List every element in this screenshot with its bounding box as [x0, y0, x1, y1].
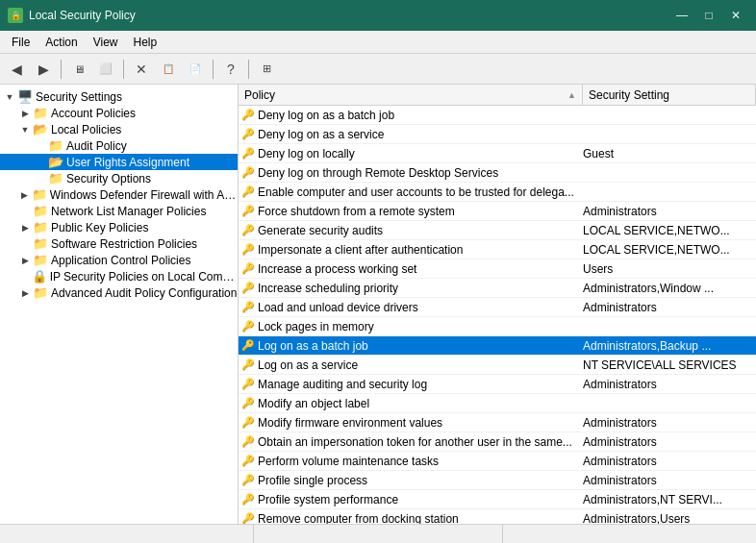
list-row[interactable]: 🔑Deny log on as a service — [239, 125, 756, 144]
close-button[interactable]: ✕ — [723, 6, 748, 25]
list-row[interactable]: 🔑Impersonate a client after authenticati… — [239, 240, 756, 259]
list-row[interactable]: 🔑Deny log on locallyGuest — [239, 144, 756, 163]
tree-item-security-settings[interactable]: ▼🖥️Security Settings — [0, 88, 238, 105]
list-row[interactable]: 🔑Generate security auditsLOCAL SERVICE,N… — [239, 221, 756, 240]
help-button[interactable]: ? — [218, 58, 243, 81]
policy-icon: 🔑 — [239, 435, 258, 448]
delete-button[interactable]: ✕ — [129, 58, 154, 81]
main-container: ▼🖥️Security Settings▶📁Account Policies▼📂… — [0, 85, 756, 524]
title-bar: 🔒 Local Security Policy — □ ✕ — [0, 0, 756, 31]
policy-name: Perform volume maintenance tasks — [258, 455, 583, 468]
list-row[interactable]: 🔑Deny log on through Remote Desktop Serv… — [239, 163, 756, 183]
list-row[interactable]: 🔑Increase scheduling priorityAdministrat… — [239, 279, 756, 298]
properties-button[interactable]: 📋 — [156, 58, 181, 81]
policy-name: Deny log on as a service — [258, 128, 583, 141]
maximize-button[interactable]: □ — [696, 6, 721, 25]
window-title: Local Security Policy — [29, 9, 136, 22]
policy-name: Generate security audits — [258, 224, 583, 237]
tree-toggle-public-key[interactable]: ▶ — [17, 223, 33, 233]
policy-icon: 🔑 — [239, 378, 258, 390]
column-policy[interactable]: Policy ▲ — [239, 85, 583, 105]
toolbar-btn-extra[interactable]: ⊞ — [254, 58, 279, 81]
status-panel-1 — [4, 525, 254, 543]
list-row[interactable]: 🔑Profile system performanceAdministrator… — [239, 490, 756, 509]
tree-item-account-policies[interactable]: ▶📁Account Policies — [0, 105, 238, 121]
policy-setting: LOCAL SERVICE,NETWO... — [583, 224, 756, 237]
list-row[interactable]: 🔑Profile single processAdministrators — [239, 471, 756, 490]
status-panel-2 — [254, 525, 504, 543]
tree-item-software-restriction[interactable]: 📁Software Restriction Policies — [0, 235, 238, 252]
list-row[interactable]: 🔑Remove computer from docking stationAdm… — [239, 509, 756, 524]
tree-item-public-key[interactable]: ▶📁Public Key Policies — [0, 219, 238, 235]
list-row[interactable]: 🔑Load and unload device driversAdministr… — [239, 298, 756, 317]
tree-label-advanced-audit: Advanced Audit Policy Configuration — [51, 286, 237, 300]
tree-toggle-windows-defender[interactable]: ▶ — [17, 190, 32, 200]
list-row[interactable]: 🔑Modify an object label — [239, 394, 756, 413]
policy-setting: Users — [583, 262, 756, 276]
list-panel: Policy ▲ Security Setting 🔑Deny log on a… — [239, 85, 756, 524]
tree-toggle-security-settings[interactable]: ▼ — [2, 92, 17, 102]
toolbar-btn-2[interactable]: ⬜ — [93, 58, 118, 81]
column-setting[interactable]: Security Setting — [583, 85, 756, 105]
tree-icon-user-rights-assignment: 📂 — [48, 155, 63, 169]
tree-item-advanced-audit[interactable]: ▶📁Advanced Audit Policy Configuration — [0, 284, 238, 301]
tree-item-audit-policy[interactable]: 📁Audit Policy — [0, 137, 238, 154]
policy-icon: 🔑 — [239, 205, 258, 217]
list-row[interactable]: 🔑Increase a process working setUsers — [239, 259, 756, 279]
policy-icon: 🔑 — [239, 166, 258, 179]
list-row[interactable]: 🔑Modify firmware environment valuesAdmin… — [239, 413, 756, 432]
list-row[interactable]: 🔑Deny log on as a batch job — [239, 106, 756, 125]
tree-item-windows-defender[interactable]: ▶📁Windows Defender Firewall with Adva... — [0, 186, 238, 203]
menu-view[interactable]: View — [86, 34, 126, 51]
policy-name: Log on as a batch job — [258, 339, 583, 353]
policy-setting: Administrators — [583, 378, 756, 391]
list-row[interactable]: 🔑Log on as a batch jobAdministrators,Bac… — [239, 336, 756, 356]
list-body[interactable]: 🔑Deny log on as a batch job🔑Deny log on … — [239, 106, 756, 524]
status-bar — [0, 524, 756, 543]
tree-item-local-policies[interactable]: ▼📂Local Policies — [0, 121, 238, 137]
list-row[interactable]: 🔑Perform volume maintenance tasksAdminis… — [239, 452, 756, 471]
tree-toggle-advanced-audit[interactable]: ▶ — [17, 288, 33, 298]
menu-help[interactable]: Help — [126, 34, 165, 51]
policy-name: Modify firmware environment values — [258, 416, 583, 430]
tree-item-application-control[interactable]: ▶📁Application Control Policies — [0, 252, 238, 268]
menu-action[interactable]: Action — [38, 34, 85, 51]
tree-item-user-rights-assignment[interactable]: 📂User Rights Assignment — [0, 154, 238, 170]
tree-toggle-application-control[interactable]: ▶ — [17, 256, 33, 265]
tree-toggle-local-policies[interactable]: ▼ — [17, 125, 33, 135]
tree-toggle-account-policies[interactable]: ▶ — [17, 109, 33, 118]
policy-icon: 🔑 — [239, 282, 258, 294]
policy-setting: Administrators — [583, 301, 756, 314]
policy-icon: 🔑 — [239, 320, 258, 333]
tree-item-ip-security[interactable]: 🔒IP Security Policies on Local Compute..… — [0, 268, 238, 284]
minimize-button[interactable]: — — [669, 6, 694, 25]
list-row[interactable]: 🔑Obtain an impersonation token for anoth… — [239, 432, 756, 452]
policy-name: Lock pages in memory — [258, 320, 583, 333]
menu-file[interactable]: File — [4, 34, 38, 51]
policy-name: Profile single process — [258, 474, 583, 487]
list-row[interactable]: 🔑Log on as a serviceNT SERVICE\ALL SERVI… — [239, 356, 756, 375]
policy-icon: 🔑 — [239, 185, 258, 198]
toolbar-separator-1 — [61, 60, 62, 79]
list-row[interactable]: 🔑Enable computer and user accounts to be… — [239, 183, 756, 202]
tree-icon-advanced-audit: 📁 — [33, 285, 48, 300]
tree-icon-local-policies: 📂 — [33, 122, 48, 136]
show-hide-tree-button[interactable]: 🖥 — [66, 58, 91, 81]
forward-button[interactable]: ▶ — [31, 58, 56, 81]
list-row[interactable]: 🔑Lock pages in memory — [239, 317, 756, 336]
policy-setting: Administrators — [583, 474, 756, 487]
tree-item-security-options[interactable]: 📁Security Options — [0, 170, 238, 186]
menu-bar: File Action View Help — [0, 31, 756, 54]
list-row[interactable]: 🔑Force shutdown from a remote systemAdmi… — [239, 202, 756, 221]
tree-label-network-manager: Network List Manager Policies — [51, 205, 206, 218]
tree-item-network-manager[interactable]: 📁Network List Manager Policies — [0, 203, 238, 219]
policy-icon: 🔑 — [239, 455, 258, 467]
tree-icon-ip-security: 🔒 — [32, 269, 47, 284]
policy-icon: 🔑 — [239, 243, 258, 256]
policy-icon: 🔑 — [239, 224, 258, 236]
policy-name: Enable computer and user accounts to be … — [258, 185, 583, 199]
policy-icon: 🔑 — [239, 128, 258, 140]
list-row[interactable]: 🔑Manage auditing and security logAdminis… — [239, 375, 756, 394]
export-button[interactable]: 📄 — [183, 58, 208, 81]
back-button[interactable]: ◀ — [4, 58, 29, 81]
